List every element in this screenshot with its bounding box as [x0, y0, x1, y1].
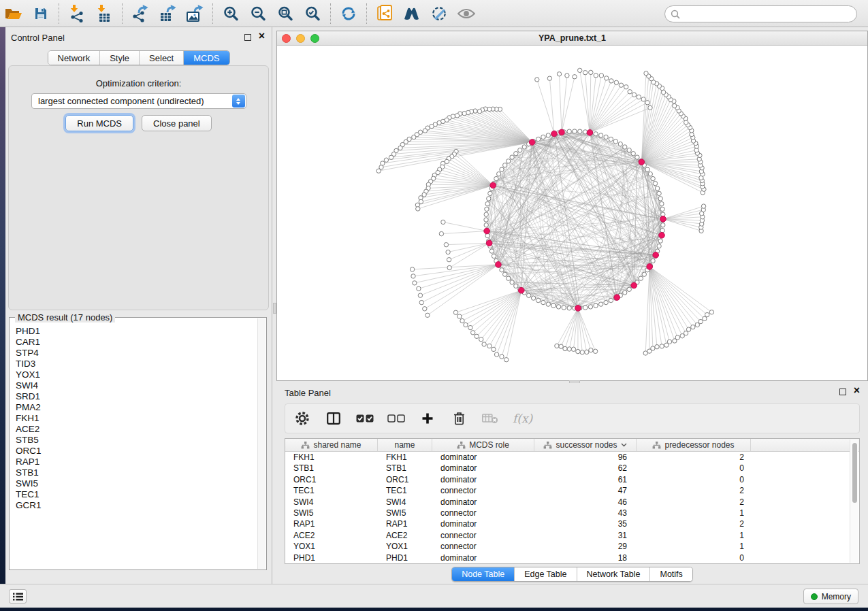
network-leaf-node[interactable]: [418, 293, 422, 297]
network-node[interactable]: [551, 303, 556, 308]
network-leaf-node[interactable]: [661, 90, 665, 94]
network-node[interactable]: [658, 197, 662, 201]
network-node[interactable]: [660, 201, 664, 205]
network-node[interactable]: [578, 129, 582, 133]
network-leaf-node[interactable]: [599, 73, 603, 78]
network-node[interactable]: [658, 239, 662, 243]
search-input[interactable]: [680, 7, 856, 21]
network-node[interactable]: [661, 223, 665, 227]
table-row[interactable]: TEC1TEC1connector472: [285, 485, 859, 496]
network-leaf-node[interactable]: [675, 335, 679, 340]
column-header-shared-name[interactable]: shared name: [285, 439, 378, 451]
network-leaf-node[interactable]: [384, 158, 388, 162]
add-row-button[interactable]: [419, 410, 436, 427]
network-node[interactable]: [556, 305, 560, 309]
network-leaf-node[interactable]: [619, 83, 623, 87]
network-leaf-node[interactable]: [614, 80, 618, 84]
network-node[interactable]: [484, 223, 488, 227]
network-leaf-node[interactable]: [447, 258, 451, 262]
network-node[interactable]: [594, 132, 598, 136]
optimization-select[interactable]: largest connected component (undirected): [31, 93, 246, 109]
network-node[interactable]: [536, 137, 540, 141]
network-leaf-node[interactable]: [660, 344, 664, 348]
import-table-button[interactable]: [93, 3, 116, 24]
network-node[interactable]: [531, 296, 535, 300]
network-leaf-node[interactable]: [535, 78, 539, 82]
mcds-hub-node[interactable]: [575, 306, 581, 312]
network-node[interactable]: [573, 129, 577, 133]
network-node[interactable]: [613, 139, 617, 144]
network-leaf-node[interactable]: [482, 342, 486, 346]
mcds-hub-node[interactable]: [490, 182, 496, 188]
network-leaf-node[interactable]: [637, 95, 641, 99]
network-leaf-node[interactable]: [571, 347, 575, 351]
network-leaf-node[interactable]: [419, 300, 423, 304]
network-node[interactable]: [514, 284, 518, 288]
network-leaf-node[interactable]: [411, 274, 415, 278]
table-row[interactable]: YOX1YOX1connector291: [285, 541, 859, 552]
network-node[interactable]: [503, 163, 507, 167]
table-row[interactable]: SWI5SWI5connector431: [285, 508, 859, 518]
export-image-button[interactable]: [183, 3, 206, 24]
network-leaf-node[interactable]: [492, 347, 496, 351]
mcds-result-item[interactable]: STB1: [10, 467, 257, 478]
network-leaf-node[interactable]: [398, 146, 402, 150]
select-all-button[interactable]: [356, 410, 374, 427]
mcds-result-item[interactable]: GCR1: [10, 500, 257, 511]
network-leaf-node[interactable]: [644, 71, 648, 76]
tab-edge-table[interactable]: Edge Table: [515, 567, 577, 581]
network-node[interactable]: [562, 306, 566, 310]
network-leaf-node[interactable]: [477, 109, 481, 113]
mcds-hub-node[interactable]: [519, 288, 525, 294]
clear-table-button[interactable]: [481, 410, 499, 427]
mcds-hub-node[interactable]: [653, 252, 659, 259]
splitter-grip[interactable]: [273, 303, 276, 314]
network-leaf-node[interactable]: [632, 93, 636, 97]
mcds-result-item[interactable]: STP4: [10, 348, 257, 359]
network-node[interactable]: [546, 302, 550, 306]
float-panel-icon[interactable]: [244, 34, 251, 41]
tab-mcds[interactable]: MCDS: [184, 51, 229, 65]
network-leaf-node[interactable]: [645, 101, 649, 105]
network-node[interactable]: [527, 293, 531, 297]
network-leaf-node[interactable]: [567, 347, 571, 351]
export-table-button[interactable]: [156, 3, 179, 24]
network-leaf-node[interactable]: [589, 70, 593, 74]
network-node[interactable]: [487, 197, 491, 201]
mcds-result-item[interactable]: RAP1: [10, 457, 257, 467]
network-leaf-node[interactable]: [565, 73, 569, 78]
network-node[interactable]: [627, 148, 631, 152]
network-leaf-node[interactable]: [563, 346, 567, 350]
zoom-selected-button[interactable]: [301, 3, 324, 24]
network-node[interactable]: [604, 300, 608, 304]
network-node[interactable]: [651, 176, 655, 180]
network-leaf-node[interactable]: [475, 334, 479, 338]
network-node[interactable]: [497, 172, 501, 176]
memory-button[interactable]: Memory: [803, 589, 858, 604]
mcds-hub-node[interactable]: [529, 139, 535, 146]
network-node[interactable]: [492, 254, 496, 258]
network-node[interactable]: [485, 201, 489, 205]
zoom-fit-button[interactable]: [274, 3, 297, 24]
network-leaf-node[interactable]: [430, 124, 434, 128]
network-leaf-node[interactable]: [695, 323, 699, 327]
network-leaf-node[interactable]: [468, 325, 472, 329]
network-leaf-node[interactable]: [705, 312, 709, 316]
network-leaf-node[interactable]: [441, 220, 445, 224]
mcds-hub-node[interactable]: [559, 129, 565, 135]
network-leaf-node[interactable]: [457, 314, 462, 318]
network-leaf-node[interactable]: [423, 307, 427, 311]
network-node[interactable]: [541, 135, 545, 139]
mcds-hub-node[interactable]: [587, 130, 593, 136]
network-leaf-node[interactable]: [389, 155, 393, 159]
network-node[interactable]: [651, 259, 655, 263]
network-node[interactable]: [536, 298, 540, 302]
network-leaf-node[interactable]: [609, 79, 613, 83]
network-leaf-node[interactable]: [651, 346, 655, 350]
network-node[interactable]: [599, 133, 603, 137]
table-scrollbar[interactable]: [850, 440, 858, 563]
network-leaf-node[interactable]: [580, 350, 584, 354]
table-row[interactable]: ORC1ORC1dominator610: [285, 474, 859, 485]
deselect-all-button[interactable]: [387, 410, 405, 427]
network-node[interactable]: [522, 145, 526, 149]
